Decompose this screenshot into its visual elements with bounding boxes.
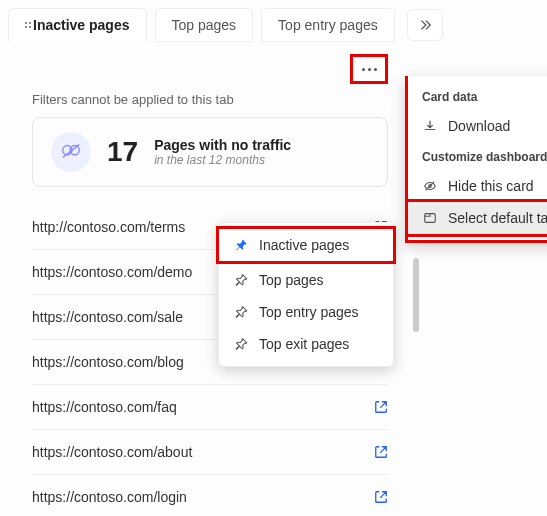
submenu-item-top-exit-pages[interactable]: Top exit pages	[219, 328, 393, 360]
stat-title: Pages with no traffic	[154, 137, 291, 153]
pin-icon	[233, 237, 249, 253]
submenu-item-label: Inactive pages	[259, 237, 349, 253]
pin-outline-icon	[233, 304, 249, 320]
flyout-section-customize: Customize dashboard	[408, 142, 547, 170]
url-text: http://contoso.com/terms	[32, 219, 185, 235]
tabs-overflow-button[interactable]	[407, 9, 443, 41]
grip-icon	[25, 22, 27, 28]
eye-off-icon	[422, 178, 438, 194]
tabs-row: Inactive pages Top pages Top entry pages	[0, 0, 547, 42]
url-text: https://contoso.com/about	[32, 444, 192, 460]
more-options-button[interactable]	[355, 59, 383, 79]
no-traffic-icon	[60, 141, 82, 163]
list-item[interactable]: https://contoso.com/login	[32, 475, 388, 516]
tab-icon	[422, 210, 438, 226]
tab-inactive-pages[interactable]: Inactive pages	[8, 8, 147, 42]
stat-number: 17	[107, 136, 138, 168]
tab-label: Inactive pages	[33, 17, 130, 33]
submenu-item-label: Top pages	[259, 272, 324, 288]
stat-card: 17 Pages with no traffic in the last 12 …	[32, 117, 388, 187]
submenu-item-label: Top entry pages	[259, 304, 359, 320]
submenu-item-inactive-pages[interactable]: Inactive pages	[219, 229, 393, 261]
submenu-item-top-entry-pages[interactable]: Top entry pages	[219, 296, 393, 328]
url-text: https://contoso.com/login	[32, 489, 187, 505]
submenu-item-label: Top exit pages	[259, 336, 349, 352]
tab-top-entry-pages[interactable]: Top entry pages	[261, 8, 395, 42]
tab-label: Top pages	[172, 17, 237, 33]
pin-outline-icon	[233, 272, 249, 288]
filter-note: Filters cannot be applied to this tab	[32, 92, 388, 107]
submenu-item-top-pages[interactable]: Top pages	[219, 264, 393, 296]
highlight-box-default-selection: Inactive pages	[216, 226, 396, 264]
url-text: https://contoso.com/faq	[32, 399, 177, 415]
card-options-flyout: Card data Download Customize dashboard H…	[405, 76, 547, 243]
menu-item-select-default-tab[interactable]: Select default tab	[405, 199, 547, 237]
flyout-section-card-data: Card data	[408, 82, 547, 110]
menu-item-label: Hide this card	[448, 178, 534, 194]
url-text: https://contoso.com/sale	[32, 309, 183, 325]
menu-item-hide-card[interactable]: Hide this card	[408, 170, 547, 202]
stat-icon-wrap	[51, 132, 91, 172]
url-text: https://contoso.com/demo	[32, 264, 192, 280]
open-external-icon[interactable]	[374, 445, 388, 459]
select-default-tab-flyout: Inactive pages Top pages Top entry pages…	[218, 222, 394, 367]
tab-label: Top entry pages	[278, 17, 378, 33]
tab-top-pages[interactable]: Top pages	[155, 8, 254, 42]
menu-item-label: Download	[448, 118, 510, 134]
ellipsis-icon	[362, 68, 377, 71]
menu-item-label: Select default tab	[448, 210, 547, 226]
menu-item-download[interactable]: Download	[408, 110, 547, 142]
chevron-double-right-icon	[418, 18, 432, 32]
scrollbar-thumb[interactable]	[413, 258, 419, 332]
list-item[interactable]: https://contoso.com/faq	[32, 385, 388, 430]
stat-subtitle: in the last 12 months	[154, 153, 291, 167]
list-item[interactable]: https://contoso.com/about	[32, 430, 388, 475]
download-icon	[422, 118, 438, 134]
highlight-box-more	[350, 54, 388, 84]
url-text: https://contoso.com/blog	[32, 354, 184, 370]
open-external-icon[interactable]	[374, 490, 388, 504]
open-external-icon[interactable]	[374, 400, 388, 414]
pin-outline-icon	[233, 336, 249, 352]
